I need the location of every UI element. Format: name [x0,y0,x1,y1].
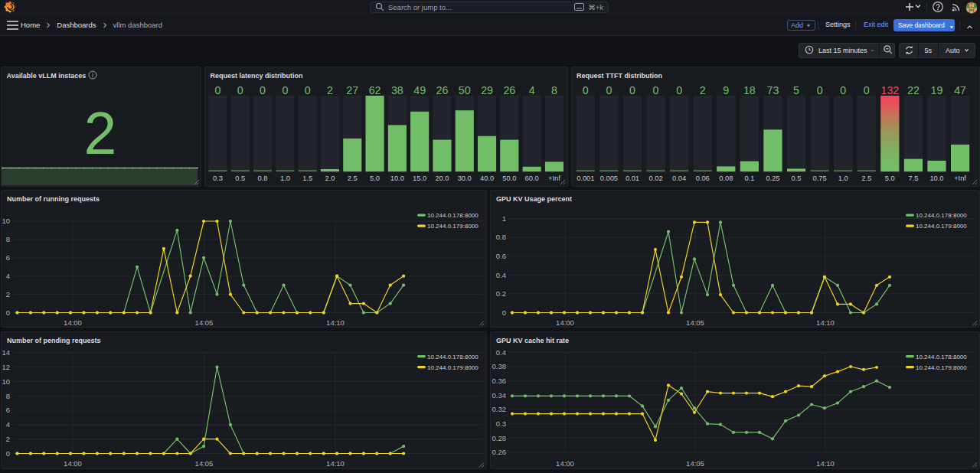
svg-text:0.01: 0.01 [626,175,639,182]
svg-text:0.2: 0.2 [496,289,506,298]
svg-text:0: 0 [629,84,635,96]
svg-text:14:05: 14:05 [686,459,704,468]
svg-text:26: 26 [436,84,449,96]
svg-text:27: 27 [346,84,358,96]
svg-text:10: 10 [2,377,10,386]
svg-text:Number of pending requests: Number of pending requests [7,337,101,344]
svg-text:0.8: 0.8 [496,233,506,241]
svg-text:2.5: 2.5 [861,175,871,182]
svg-text:2: 2 [700,84,706,96]
svg-text:10.244.0.179:8000: 10.244.0.179:8000 [916,364,967,371]
svg-text:Request latency distribution: Request latency distribution [211,72,303,80]
svg-text:0: 0 [840,84,846,96]
svg-text:0: 0 [864,84,870,96]
svg-text:0.3: 0.3 [213,175,223,182]
svg-text:0.28: 0.28 [492,434,507,442]
svg-text:10.0: 10.0 [929,175,943,182]
svg-text:Number of running requests: Number of running requests [7,195,100,203]
svg-text:0.4: 0.4 [496,271,506,279]
svg-text:0.02: 0.02 [648,175,662,182]
svg-text:14:00: 14:00 [64,459,82,468]
svg-text:29: 29 [481,84,493,96]
svg-text:4: 4 [6,420,10,429]
svg-text:30.0: 30.0 [458,175,472,182]
svg-text:0: 0 [653,84,659,96]
svg-text:0.32: 0.32 [492,405,507,413]
svg-text:0.34: 0.34 [492,391,507,400]
svg-text:0.25: 0.25 [766,175,779,182]
svg-text:60.0: 60.0 [525,175,539,182]
svg-text:14: 14 [2,348,10,357]
svg-text:15.0: 15.0 [413,175,426,182]
svg-text:2: 2 [6,290,10,298]
svg-text:8: 8 [6,392,10,400]
svg-text:14:10: 14:10 [816,318,835,327]
svg-text:14:10: 14:10 [816,459,835,468]
svg-text:14:10: 14:10 [326,459,345,468]
svg-text:14:00: 14:00 [556,459,574,468]
svg-text:GPU KV Usage percent: GPU KV Usage percent [496,195,572,203]
svg-text:1.0: 1.0 [838,175,848,182]
svg-text:10.244.0.178:8000: 10.244.0.178:8000 [916,212,967,219]
svg-text:10.244.0.179:8000: 10.244.0.179:8000 [916,223,967,230]
svg-text:50: 50 [459,84,471,96]
svg-text:4: 4 [529,84,535,96]
svg-text:8: 8 [6,235,10,243]
svg-text:+Inf: +Inf [548,175,560,182]
svg-text:0: 0 [817,84,823,96]
svg-text:0.04: 0.04 [672,175,686,182]
svg-text:0: 0 [305,84,311,96]
svg-text:5: 5 [793,84,799,96]
svg-text:18: 18 [743,84,756,96]
svg-text:19: 19 [931,84,943,96]
svg-text:26: 26 [503,84,515,96]
svg-text:Request TTFT distribution: Request TTFT distribution [577,72,662,80]
svg-text:0: 0 [676,84,682,96]
svg-text:10.244.0.178:8000: 10.244.0.178:8000 [916,354,967,360]
svg-text:1.5: 1.5 [302,175,312,182]
svg-text:12: 12 [2,363,10,371]
svg-text:Available vLLM instaces: Available vLLM instaces [7,72,87,80]
svg-text:10.244.0.179:8000: 10.244.0.179:8000 [427,364,479,371]
svg-text:0.06: 0.06 [696,175,710,182]
svg-text:2: 2 [84,100,117,166]
svg-text:2.0: 2.0 [325,175,335,182]
svg-text:7.5: 7.5 [908,175,918,182]
svg-text:50.0: 50.0 [502,175,516,182]
svg-text:9: 9 [723,84,729,96]
svg-text:132: 132 [881,84,900,96]
svg-text:10.0: 10.0 [390,175,404,182]
svg-text:0: 0 [6,308,10,317]
svg-text:0: 0 [282,84,288,96]
svg-text:22: 22 [907,84,920,96]
svg-text:14:00: 14:00 [556,318,574,327]
svg-text:40.0: 40.0 [480,175,494,182]
svg-text:62: 62 [369,84,381,96]
svg-text:5.0: 5.0 [370,175,380,182]
svg-text:GPU KV cache hit rate: GPU KV cache hit rate [496,337,569,344]
svg-text:6: 6 [6,253,10,262]
svg-text:0.6: 0.6 [496,252,506,260]
svg-text:73: 73 [767,84,779,96]
svg-text:49: 49 [413,84,426,96]
svg-text:0.8: 0.8 [258,175,268,182]
svg-text:1.0: 1.0 [280,175,290,182]
svg-text:0.5: 0.5 [235,175,245,182]
svg-text:0: 0 [583,84,589,96]
svg-text:0: 0 [606,84,612,96]
svg-text:2: 2 [6,435,10,443]
svg-text:14:10: 14:10 [326,318,345,327]
svg-text:0: 0 [215,84,221,96]
svg-text:0: 0 [502,308,506,317]
svg-text:38: 38 [391,84,403,96]
svg-text:2.5: 2.5 [348,175,358,182]
svg-text:14:05: 14:05 [195,459,214,468]
svg-text:10.244.0.178:8000: 10.244.0.178:8000 [427,212,479,219]
svg-text:0: 0 [260,84,266,96]
svg-text:0.26: 0.26 [492,448,507,456]
svg-text:8: 8 [551,84,557,96]
svg-text:0.08: 0.08 [719,175,733,182]
svg-text:4: 4 [6,272,10,280]
svg-text:0.75: 0.75 [813,175,827,182]
svg-text:47: 47 [954,84,966,96]
